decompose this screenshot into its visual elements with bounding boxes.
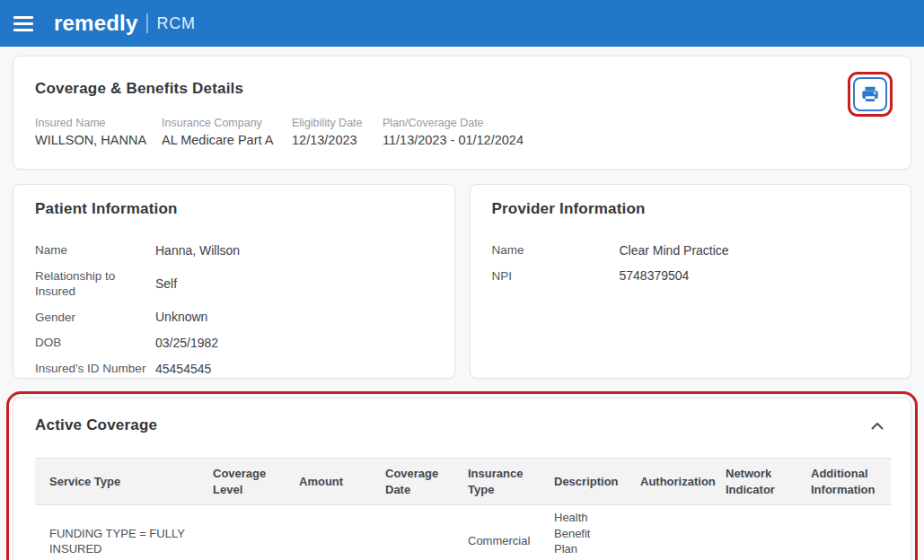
active-coverage-header: Active Coverage [35,416,889,434]
cell-coverage-level [198,505,285,560]
cell-amount [285,505,371,560]
field-value: 12/13/2023 [292,133,372,147]
kv-label: Gender [35,310,155,326]
patient-row-insured-id: Insured's ID Number 45454545 [35,361,433,377]
collapse-section-button[interactable] [866,418,889,433]
field-insured-name: Insured Name WILLSON, HANNA [35,117,162,147]
column-header-network-indicator: Network Indicator [711,459,796,505]
brand-separator [146,13,148,33]
column-header-service-type: Service Type [35,459,198,505]
provider-row-name: Name Clear Mind Practice [492,242,890,258]
kv-value: Unknown [155,310,207,324]
kv-value: 45454545 [155,362,211,376]
chevron-up-icon [871,419,884,433]
table-header-row: Service Type Coverage Level Amount Cover… [35,459,891,505]
kv-label: Name [492,242,620,258]
hamburger-menu-icon[interactable] [13,16,33,31]
field-insurance-company: Insurance Company AL Medicare Part A [162,117,292,147]
field-eligibility-date: Eligibility Date 12/13/2023 [292,117,383,147]
summary-fields: Insured Name WILLSON, HANNA Insurance Co… [35,117,889,147]
column-header-amount: Amount [285,459,371,505]
column-header-description: Description [540,459,626,505]
kv-value: Clear Mind Practice [620,243,729,258]
brand-name: remedly [54,11,137,36]
active-coverage-title: Active Coverage [35,416,157,434]
provider-row-npi: NPI 5748379504 [492,268,890,284]
kv-label: Name [35,242,155,258]
provider-information-card: Provider Information Name Clear Mind Pra… [470,184,912,379]
cell-description: Health Benefit Plan Coverage [540,505,626,560]
kv-value: Self [155,276,177,291]
info-cards-row: Patient Information Name Hanna, Willson … [13,184,911,379]
kv-value: Hanna, Willson [155,243,240,258]
cell-authorization [626,505,711,560]
cell-insurance-type: Commercial [453,505,540,560]
active-coverage-card: Active Coverage Service Type [13,398,911,560]
print-button[interactable] [853,77,887,111]
annotation-highlight-active-coverage: Active Coverage Service Type [6,391,918,560]
annotation-highlight-print [848,72,893,117]
column-header-insurance-type: Insurance Type [453,459,540,505]
app-logo: remedly RCM [54,11,196,36]
cell-coverage-date [371,505,453,560]
field-value: AL Medicare Part A [162,133,281,147]
kv-value: 03/25/1982 [155,336,218,350]
kv-label: Relationship to Insured [35,268,155,300]
provider-info-title: Provider Information [492,200,890,218]
column-header-authorization: Authorization [626,459,711,505]
cell-service-type: FUNDING TYPE = FULLY INSURED [35,505,198,560]
field-value: 11/13/2023 - 01/12/2024 [383,133,524,147]
column-header-coverage-level: Coverage Level [198,459,285,505]
active-coverage-table: Service Type Coverage Level Amount Cover… [35,458,891,560]
brand-product: RCM [156,14,195,33]
patient-row-relationship: Relationship to Insured Self [35,268,433,300]
cell-network-indicator [711,505,796,560]
field-label: Plan/Coverage Date [383,117,524,129]
kv-label: DOB [35,335,155,351]
field-label: Eligibility Date [292,117,372,129]
field-label: Insurance Company [162,117,281,129]
field-plan-coverage-date: Plan/Coverage Date 11/13/2023 - 01/12/20… [383,117,534,147]
column-header-additional-information: Additional Information [796,459,891,505]
patient-information-card: Patient Information Name Hanna, Willson … [13,184,455,379]
patient-row-dob: DOB 03/25/1982 [35,335,433,351]
field-value: WILLSON, HANNA [35,133,151,147]
main-content: Coverage & Benefits Details Insured Name… [0,56,924,560]
printer-icon [860,84,880,104]
field-label: Insured Name [35,117,151,129]
kv-label: NPI [492,268,620,284]
app-header: remedly RCM [0,0,924,47]
cell-additional-information [796,505,891,560]
column-header-coverage-date: Coverage Date [371,459,453,505]
patient-row-gender: Gender Unknown [35,310,433,326]
page-title: Coverage & Benefits Details [35,80,889,98]
kv-label: Insured's ID Number [35,361,155,377]
coverage-benefits-card: Coverage & Benefits Details Insured Name… [13,56,911,170]
table-row: FUNDING TYPE = FULLY INSURED Commercial … [35,505,891,560]
kv-value: 5748379504 [620,268,690,283]
patient-row-name: Name Hanna, Willson [35,242,433,258]
patient-info-title: Patient Information [35,200,433,218]
